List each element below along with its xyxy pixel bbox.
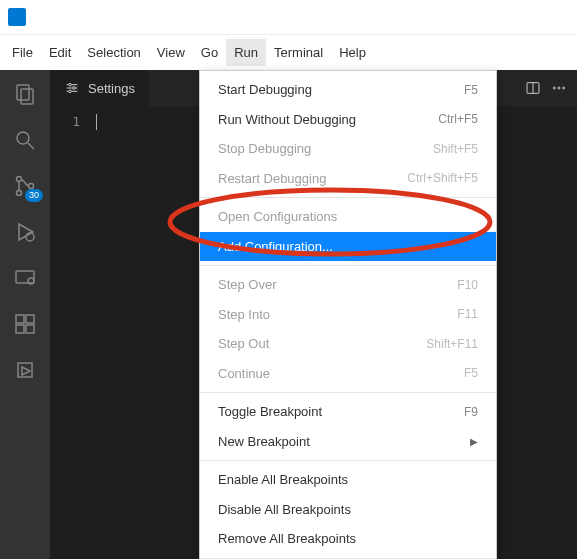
menu-item-shortcut: F5 <box>464 81 478 99</box>
menu-separator <box>200 460 496 461</box>
menu-item-new-breakpoint[interactable]: New Breakpoint▶ <box>200 427 496 457</box>
activity-bar: 30 <box>0 70 50 559</box>
svg-rect-14 <box>26 325 34 333</box>
settings-icon <box>64 80 80 96</box>
menu-item-label: Step Out <box>218 334 269 354</box>
menu-terminal[interactable]: Terminal <box>266 39 331 66</box>
svg-rect-1 <box>21 89 33 104</box>
menu-item-start-debugging[interactable]: Start DebuggingF5 <box>200 75 496 105</box>
svg-rect-12 <box>26 315 34 323</box>
menu-item-label: Run Without Debugging <box>218 110 356 130</box>
svg-point-20 <box>69 83 72 86</box>
extensions-icon[interactable] <box>11 310 39 338</box>
svg-point-2 <box>17 132 29 144</box>
source-control-badge: 30 <box>25 189 43 202</box>
menu-separator <box>200 197 496 198</box>
menu-item-shortcut: F10 <box>457 276 478 294</box>
menu-separator <box>200 265 496 266</box>
menu-selection[interactable]: Selection <box>79 39 148 66</box>
menu-item-restart-debugging: Restart DebuggingCtrl+Shift+F5 <box>200 164 496 194</box>
menu-item-label: New Breakpoint <box>218 432 310 452</box>
menu-item-label: Add Configuration... <box>218 237 333 257</box>
window-titlebar <box>0 0 577 35</box>
menu-view[interactable]: View <box>149 39 193 66</box>
menu-item-label: Continue <box>218 364 270 384</box>
menu-item-step-over: Step OverF10 <box>200 270 496 300</box>
menu-item-label: Toggle Breakpoint <box>218 402 322 422</box>
menu-item-shortcut: F9 <box>464 403 478 421</box>
menu-go[interactable]: Go <box>193 39 226 66</box>
menu-item-disable-all-breakpoints[interactable]: Disable All Breakpoints <box>200 495 496 525</box>
menu-item-shortcut: Shift+F5 <box>433 140 478 158</box>
svg-point-5 <box>17 191 22 196</box>
menu-item-label: Remove All Breakpoints <box>218 529 356 549</box>
menu-item-shortcut: F11 <box>457 305 478 323</box>
menu-run[interactable]: Run <box>226 39 266 66</box>
remote-icon[interactable] <box>11 264 39 292</box>
svg-rect-0 <box>17 85 29 100</box>
svg-point-25 <box>553 87 555 89</box>
split-editor-icon[interactable] <box>525 80 541 96</box>
svg-point-4 <box>17 177 22 182</box>
menu-separator <box>200 558 496 559</box>
svg-rect-9 <box>16 271 34 283</box>
menu-item-label: Open Configurations <box>218 207 337 227</box>
more-actions-icon[interactable] <box>551 80 567 96</box>
text-cursor <box>96 114 97 130</box>
menu-edit[interactable]: Edit <box>41 39 79 66</box>
menu-item-label: Stop Debugging <box>218 139 311 159</box>
explorer-icon[interactable] <box>11 80 39 108</box>
menu-item-remove-all-breakpoints[interactable]: Remove All Breakpoints <box>200 524 496 554</box>
source-control-icon[interactable]: 30 <box>11 172 39 200</box>
svg-rect-15 <box>18 363 32 377</box>
menu-item-shortcut: Ctrl+F5 <box>438 110 478 128</box>
menu-item-label: Step Into <box>218 305 270 325</box>
menu-item-stop-debugging: Stop DebuggingShift+F5 <box>200 134 496 164</box>
svg-rect-13 <box>16 325 24 333</box>
svg-point-27 <box>563 87 565 89</box>
beaker-icon[interactable] <box>11 356 39 384</box>
svg-rect-11 <box>16 315 24 323</box>
menu-item-step-into: Step IntoF11 <box>200 300 496 330</box>
app-icon <box>8 8 26 26</box>
menu-item-label: Enable All Breakpoints <box>218 470 348 490</box>
menu-item-continue: ContinueF5 <box>200 359 496 389</box>
menu-file[interactable]: File <box>4 39 41 66</box>
menu-item-step-out: Step OutShift+F11 <box>200 329 496 359</box>
run-debug-icon[interactable] <box>11 218 39 246</box>
tab-settings[interactable]: Settings <box>50 70 150 106</box>
menu-item-toggle-breakpoint[interactable]: Toggle BreakpointF9 <box>200 397 496 427</box>
svg-line-3 <box>28 143 34 149</box>
menu-item-open-configurations: Open Configurations <box>200 202 496 232</box>
svg-marker-16 <box>22 367 30 375</box>
menu-item-shortcut: Shift+F11 <box>426 335 478 353</box>
menu-item-add-configuration[interactable]: Add Configuration... <box>200 232 496 262</box>
svg-point-22 <box>69 90 72 93</box>
menu-item-shortcut: F5 <box>464 364 478 382</box>
line-number: 1 <box>50 106 90 129</box>
menu-item-enable-all-breakpoints[interactable]: Enable All Breakpoints <box>200 465 496 495</box>
menu-item-run-without-debugging[interactable]: Run Without DebuggingCtrl+F5 <box>200 105 496 135</box>
search-icon[interactable] <box>11 126 39 154</box>
svg-point-21 <box>73 87 76 90</box>
menu-separator <box>200 392 496 393</box>
run-menu-dropdown: Start DebuggingF5Run Without DebuggingCt… <box>199 70 497 559</box>
menu-item-label: Disable All Breakpoints <box>218 500 351 520</box>
submenu-arrow-icon: ▶ <box>470 434 478 449</box>
menu-item-label: Restart Debugging <box>218 169 326 189</box>
tab-label: Settings <box>88 81 135 96</box>
svg-point-26 <box>558 87 560 89</box>
tab-actions <box>515 70 577 106</box>
menu-item-label: Start Debugging <box>218 80 312 100</box>
menu-item-label: Step Over <box>218 275 277 295</box>
svg-point-6 <box>29 184 34 189</box>
menu-help[interactable]: Help <box>331 39 374 66</box>
menu-item-shortcut: Ctrl+Shift+F5 <box>407 169 478 187</box>
menubar: File Edit Selection View Go Run Terminal… <box>0 35 577 70</box>
